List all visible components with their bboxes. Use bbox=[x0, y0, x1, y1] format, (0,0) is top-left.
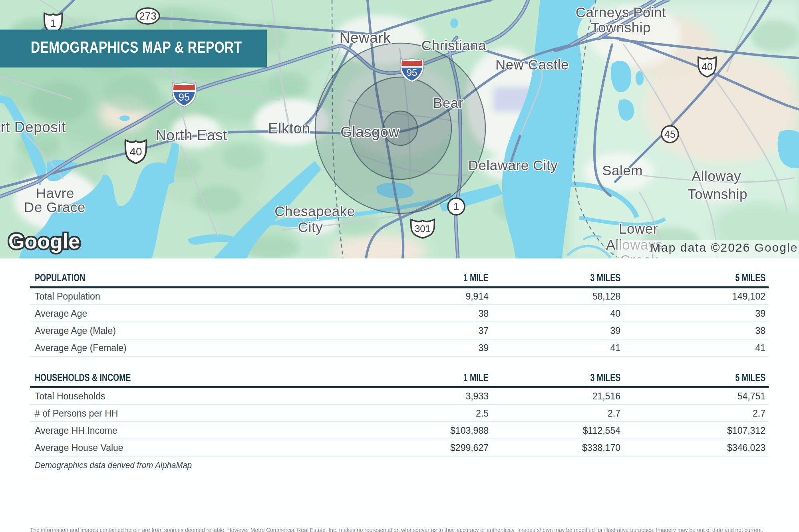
svg-text:45: 45 bbox=[664, 129, 676, 140]
svg-text:Map data ©2026 Google: Map data ©2026 Google bbox=[650, 241, 798, 254]
svg-text:40: 40 bbox=[702, 61, 713, 72]
svg-text:New Castle: New Castle bbox=[495, 57, 569, 72]
svg-text:De Grace: De Grace bbox=[24, 199, 85, 215]
svg-text:Township: Township bbox=[591, 20, 651, 35]
svg-text:Bear: Bear bbox=[433, 95, 463, 111]
svg-text:273: 273 bbox=[139, 10, 156, 22]
svg-text:95: 95 bbox=[179, 91, 190, 103]
svg-text:Chesapeake: Chesapeake bbox=[274, 203, 355, 219]
svg-text:Port Deposit: Port Deposit bbox=[0, 119, 66, 135]
svg-text:301: 301 bbox=[415, 223, 431, 234]
svg-text:95: 95 bbox=[407, 67, 417, 78]
svg-text:Township: Township bbox=[688, 186, 747, 202]
svg-text:Carneys Point: Carneys Point bbox=[576, 4, 666, 20]
svg-text:Lower: Lower bbox=[619, 221, 658, 236]
svg-text:Google: Google bbox=[8, 230, 80, 253]
svg-text:Havre: Havre bbox=[36, 185, 74, 201]
svg-text:North East: North East bbox=[155, 127, 227, 143]
svg-text:Elkton: Elkton bbox=[268, 120, 310, 137]
svg-text:1: 1 bbox=[453, 200, 459, 212]
svg-text:City: City bbox=[298, 219, 323, 235]
svg-text:Christiana: Christiana bbox=[421, 38, 487, 53]
svg-text:Delaware City: Delaware City bbox=[468, 157, 558, 173]
svg-text:Alloway: Alloway bbox=[692, 168, 741, 184]
svg-text:Glasgow: Glasgow bbox=[340, 124, 399, 140]
svg-text:Newark: Newark bbox=[340, 30, 391, 46]
svg-text:1: 1 bbox=[50, 17, 56, 29]
svg-text:40: 40 bbox=[129, 145, 142, 158]
svg-text:Salem: Salem bbox=[602, 163, 643, 178]
